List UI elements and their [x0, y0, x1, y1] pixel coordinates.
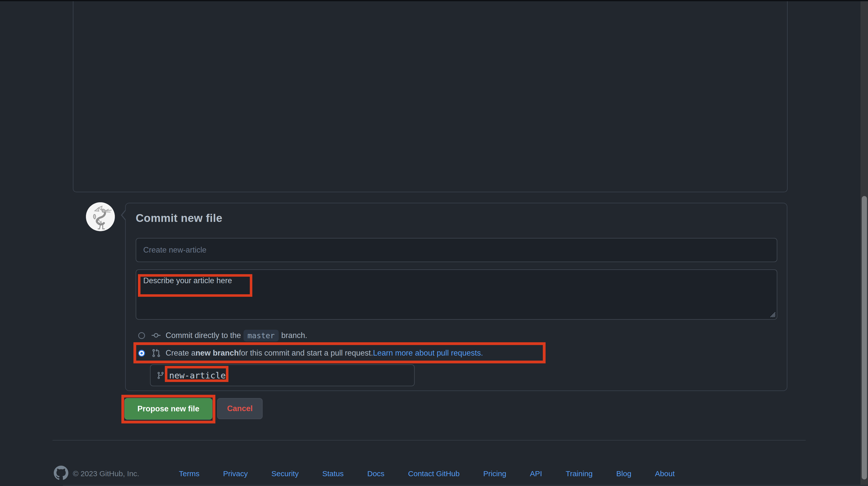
card-caret-fill	[122, 210, 126, 220]
footer-link-pricing[interactable]: Pricing	[483, 469, 506, 478]
footer-link-docs[interactable]: Docs	[367, 469, 384, 478]
commit-new-branch-option[interactable]: Create a new branch for this commit and …	[138, 346, 483, 360]
file-editor-area[interactable]	[73, 1, 787, 192]
footer-links: Terms Privacy Security Status Docs Conta…	[179, 469, 675, 478]
commit-form-title: Commit new file	[136, 212, 222, 224]
footer-link-security[interactable]: Security	[271, 469, 299, 478]
scrollbar-thumb[interactable]	[862, 196, 867, 480]
new-branch-text-start: Create a	[165, 348, 195, 358]
branch-name-input-wrap[interactable]: new-article	[150, 364, 415, 386]
extended-description-textarea[interactable]: Describe your article here	[136, 269, 777, 320]
commit-direct-text-before: Commit directly to the	[165, 331, 241, 340]
footer-link-training[interactable]: Training	[566, 469, 593, 478]
footer-link-about[interactable]: About	[655, 469, 675, 478]
footer-divider	[53, 440, 806, 441]
learn-more-link[interactable]: Learn more about pull requests.	[373, 348, 483, 358]
textarea-resize-grip[interactable]	[769, 310, 776, 318]
commit-message-input[interactable]	[136, 238, 777, 262]
commit-form-card: Commit new file Describe your article he…	[125, 203, 787, 391]
git-commit-icon	[152, 331, 161, 340]
radio-new-branch-selected[interactable]	[138, 350, 145, 357]
page: Commit new file Describe your article he…	[0, 0, 868, 486]
footer-link-contact-github[interactable]: Contact GitHub	[408, 469, 460, 478]
propose-new-file-button[interactable]: Propose new file	[124, 398, 212, 420]
footer-link-privacy[interactable]: Privacy	[223, 469, 248, 478]
footer-link-terms[interactable]: Terms	[179, 469, 199, 478]
commit-direct-text-after: branch.	[281, 331, 307, 340]
dragon-sketch-avatar-image	[86, 202, 115, 231]
github-logo-icon[interactable]	[54, 466, 68, 480]
bottom-edge-strip	[63, 485, 868, 486]
git-branch-icon	[157, 371, 165, 379]
commit-direct-option[interactable]: Commit directly to the master branch.	[138, 329, 307, 342]
branch-badge-master: master	[244, 330, 279, 341]
radio-commit-direct[interactable]	[138, 332, 145, 339]
footer-link-blog[interactable]: Blog	[616, 469, 631, 478]
new-branch-text-rest: for this commit and start a pull request…	[239, 348, 373, 358]
footer-link-api[interactable]: API	[530, 469, 542, 478]
footer-link-status[interactable]: Status	[322, 469, 344, 478]
branch-name-value[interactable]: new-article	[169, 370, 226, 381]
copyright-text: © 2023 GitHub, Inc.	[73, 469, 139, 478]
new-branch-text-bold: new branch	[195, 348, 239, 358]
avatar	[86, 202, 115, 231]
cancel-button[interactable]: Cancel	[217, 398, 262, 419]
git-pull-request-icon	[152, 348, 161, 358]
